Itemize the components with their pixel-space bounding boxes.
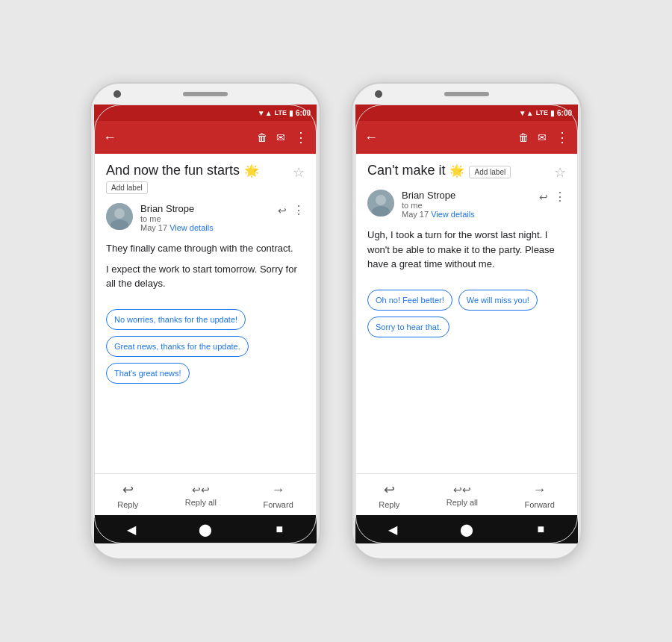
reply-all-action-icon-2: ↩↩ bbox=[453, 484, 471, 496]
reply-all-action-icon-1: ↩↩ bbox=[192, 484, 210, 496]
email-subject-1: And now the fun starts 🌟 bbox=[106, 163, 259, 178]
sender-info-2: Brian Strope to me May 17 View details bbox=[402, 190, 532, 219]
smart-reply-1-0[interactable]: No worries, thanks for the update! bbox=[106, 309, 246, 330]
reply-all-action-label-1: Reply all bbox=[185, 498, 217, 507]
avatar-image-1 bbox=[106, 203, 133, 230]
email-content-1: And now the fun starts 🌟 Add label ☆ bbox=[94, 154, 317, 473]
sender-to-2: to me bbox=[402, 201, 532, 210]
time-1: 6:00 bbox=[296, 109, 311, 117]
signal-icon-1: ▼▲ bbox=[258, 109, 273, 117]
more-icon-2[interactable]: ⋮ bbox=[554, 190, 566, 204]
bottom-nav-2: ◀ ⬤ ■ bbox=[355, 515, 578, 543]
reply-action-2[interactable]: ↩ Reply bbox=[379, 482, 399, 509]
smart-replies-1: No worries, thanks for the update! Great… bbox=[106, 309, 305, 384]
avatar-image-2 bbox=[367, 190, 394, 216]
app-bar-1: ← 🗑 ✉ ⋮ bbox=[94, 121, 317, 154]
forward-action-2[interactable]: → Forward bbox=[524, 482, 554, 509]
screen-2: ▼▲ LTE ▮ 6:00 ← 🗑 ✉ ⋮ Can't ma bbox=[355, 105, 578, 543]
subject-text-2: Can't make it bbox=[367, 163, 445, 178]
email-content-2: Can't make it 🌟 Add label ☆ bbox=[355, 154, 578, 473]
subject-area-1: And now the fun starts 🌟 Add label bbox=[106, 163, 259, 194]
sender-info-1: Brian Strope to me May 17 View details bbox=[140, 203, 270, 232]
svg-point-1 bbox=[114, 208, 125, 219]
phone-top-1 bbox=[91, 84, 320, 105]
scene: ▼▲ LTE ▮ 6:00 ← 🗑 ✉ ⋮ And now bbox=[0, 0, 672, 642]
subject-text-1: And now the fun starts bbox=[106, 163, 240, 178]
subject-row-2: Can't make it 🌟 Add label ☆ bbox=[367, 163, 566, 181]
more-button-1[interactable]: ⋮ bbox=[294, 129, 308, 146]
reply-all-action-2[interactable]: ↩↩ Reply all bbox=[447, 484, 478, 507]
smart-reply-2-0[interactable]: Oh no! Feel better! bbox=[367, 290, 452, 311]
bottom-nav-1: ◀ ⬤ ■ bbox=[94, 515, 317, 543]
front-camera-1 bbox=[113, 90, 121, 98]
body-para-2-1: Ugh, I took a turn for the worst last ni… bbox=[367, 228, 566, 272]
avatar-2 bbox=[367, 190, 394, 216]
star-icon-1[interactable]: ☆ bbox=[293, 164, 305, 181]
email-body-2: Ugh, I took a turn for the worst last ni… bbox=[367, 228, 566, 278]
nav-back-2[interactable]: ◀ bbox=[382, 519, 403, 540]
meta-actions-2: ↩ ⋮ bbox=[539, 190, 566, 204]
delete-button-1[interactable]: 🗑 bbox=[257, 131, 267, 143]
smart-reply-2-2[interactable]: Sorry to hear that. bbox=[367, 317, 449, 337]
time-2: 6:00 bbox=[557, 109, 572, 117]
smart-reply-1-2[interactable]: That's great news! bbox=[106, 363, 190, 384]
forward-action-icon-2: → bbox=[533, 482, 547, 498]
reply-all-action-1[interactable]: ↩↩ Reply all bbox=[185, 484, 217, 507]
delete-button-2[interactable]: 🗑 bbox=[518, 131, 529, 143]
phone-bottom-2 bbox=[352, 543, 581, 558]
phone-top-2 bbox=[352, 84, 581, 105]
nav-back-1[interactable]: ◀ bbox=[121, 519, 142, 540]
subject-emoji-1: 🌟 bbox=[244, 163, 259, 178]
status-icons-2: ▼▲ LTE ▮ 6:00 bbox=[519, 109, 572, 117]
forward-action-label-2: Forward bbox=[524, 500, 554, 509]
email-meta-2: Brian Strope to me May 17 View details ↩… bbox=[367, 190, 566, 219]
nav-recent-2[interactable]: ■ bbox=[530, 519, 551, 540]
reply-action-1[interactable]: ↩ Reply bbox=[117, 482, 138, 509]
body-para-1-2: I expect the work to start tomorrow. Sor… bbox=[106, 262, 305, 291]
subject-emoji-2: 🌟 bbox=[449, 163, 464, 178]
speaker-1 bbox=[183, 92, 228, 96]
forward-action-1[interactable]: → Forward bbox=[263, 482, 293, 509]
nav-recent-1[interactable]: ■ bbox=[269, 519, 290, 540]
reply-action-label-1: Reply bbox=[117, 500, 138, 509]
star-icon-2[interactable]: ☆ bbox=[554, 164, 566, 181]
meta-actions-1: ↩ ⋮ bbox=[278, 203, 305, 217]
mail-button-2[interactable]: ✉ bbox=[538, 131, 547, 143]
view-details-1[interactable]: View details bbox=[169, 223, 214, 232]
back-button-2[interactable]: ← bbox=[364, 130, 378, 146]
smart-reply-2-1[interactable]: We will miss you! bbox=[458, 290, 538, 311]
reply-icon-sm-1[interactable]: ↩ bbox=[278, 205, 287, 216]
action-bar-1: ↩ Reply ↩↩ Reply all → Forward bbox=[94, 473, 317, 515]
back-button-1[interactable]: ← bbox=[103, 130, 116, 146]
reply-all-action-label-2: Reply all bbox=[447, 498, 478, 507]
email-meta-1: Brian Strope to me May 17 View details ↩… bbox=[106, 203, 305, 232]
more-button-2[interactable]: ⋮ bbox=[556, 129, 569, 146]
lte-icon-1: LTE bbox=[275, 109, 287, 116]
app-bar-2: ← 🗑 ✉ ⋮ bbox=[355, 121, 578, 154]
battery-icon-2: ▮ bbox=[550, 109, 555, 117]
subject-row-1: And now the fun starts 🌟 Add label ☆ bbox=[106, 163, 305, 194]
sender-date-2: May 17 View details bbox=[402, 210, 532, 219]
smart-reply-1-1[interactable]: Great news, thanks for the update. bbox=[106, 336, 249, 357]
lte-icon-2: LTE bbox=[536, 109, 548, 116]
nav-home-1[interactable]: ⬤ bbox=[195, 519, 216, 540]
sender-to-1: to me bbox=[140, 214, 270, 223]
email-body-1: They finally came through with the contr… bbox=[106, 241, 305, 297]
front-camera-2 bbox=[375, 90, 382, 98]
add-label-btn-1[interactable]: Add label bbox=[106, 181, 148, 194]
sender-name-2: Brian Strope bbox=[402, 190, 532, 201]
battery-icon-1: ▮ bbox=[289, 109, 293, 117]
forward-action-label-1: Forward bbox=[263, 500, 293, 509]
reply-icon-sm-2[interactable]: ↩ bbox=[539, 191, 548, 203]
view-details-2[interactable]: View details bbox=[431, 210, 475, 219]
mail-button-1[interactable]: ✉ bbox=[276, 131, 285, 143]
forward-action-icon-1: → bbox=[272, 482, 285, 498]
add-label-btn-2[interactable]: Add label bbox=[469, 166, 511, 178]
reply-action-icon-1: ↩ bbox=[122, 482, 134, 498]
nav-home-2[interactable]: ⬤ bbox=[456, 519, 477, 540]
sender-name-1: Brian Strope bbox=[140, 203, 270, 214]
email-subject-2: Can't make it 🌟 Add label bbox=[367, 163, 511, 178]
more-icon-1[interactable]: ⋮ bbox=[293, 203, 305, 217]
smart-replies-2: Oh no! Feel better! We will miss you! So… bbox=[367, 290, 566, 338]
phone-1: ▼▲ LTE ▮ 6:00 ← 🗑 ✉ ⋮ And now bbox=[90, 82, 321, 560]
